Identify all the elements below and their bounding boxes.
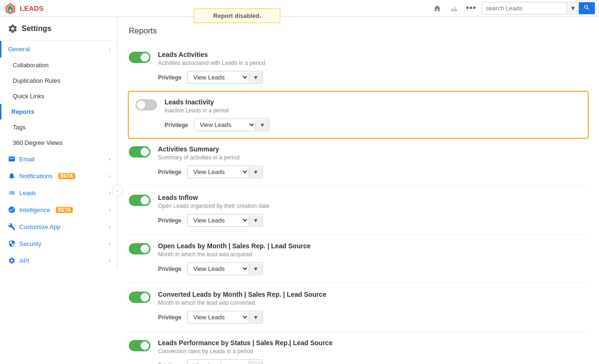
privilege-select-arrow-leads-activities: ▼ xyxy=(249,72,262,83)
report-row-open-leads-by-month: Open Leads by Month | Sales Rep. | Lead … xyxy=(129,235,588,283)
search-dropdown-button[interactable]: ▼ xyxy=(567,3,579,14)
search-input[interactable] xyxy=(482,3,567,14)
home-icon[interactable] xyxy=(431,2,444,15)
topbar: ▲ LEADS Report disabled. ••• ▼ xyxy=(0,0,599,17)
sidebar-sub-items: Collaboration Duplication Rules Quick Li… xyxy=(0,57,117,150)
toggle-wrapper-activities-summary xyxy=(129,145,150,158)
privilege-dropdown-leads-performance-by-status[interactable]: View LeadsEdit LeadsAdmin xyxy=(188,360,249,364)
app-logo-icon: ▲ xyxy=(4,2,17,15)
toggle-converted-leads-by-month[interactable] xyxy=(129,292,150,303)
report-desc-leads-performance-by-status: Conversion rates by Leads in a period xyxy=(158,348,588,355)
privilege-select-activities-summary: View LeadsEdit LeadsAdmin ▼ xyxy=(187,166,263,178)
toggle-leads-activities[interactable] xyxy=(129,52,150,63)
report-info-leads-inactivity: Leads Inactivity Inactive Leads in a per… xyxy=(165,98,581,131)
sidebar-leads-label: Leads xyxy=(19,190,36,197)
privilege-label-leads-activities: Privilege xyxy=(158,74,181,81)
privilege-select-arrow-leads-inflow: ▼ xyxy=(249,215,262,226)
toggle-leads-inactivity[interactable] xyxy=(135,99,157,111)
privilege-row-leads-performance-by-status: Privilege View LeadsEdit LeadsAdmin ▼ xyxy=(158,359,588,364)
sidebar-item-reports[interactable]: Reports xyxy=(0,104,117,119)
report-row-leads-performance-by-status: Leads Performance by Status | Sales Rep.… xyxy=(129,332,588,364)
report-name-leads-activities: Leads Activities xyxy=(158,51,588,58)
sidebar-customize-app-icon-group: Customize App xyxy=(8,223,60,230)
sidebar-intelligence-chevron: › xyxy=(109,207,110,213)
report-info-open-leads-by-month: Open Leads by Month | Sales Rep. | Lead … xyxy=(158,242,588,275)
report-row-converted-leads-by-month: Converted Leads by Month | Sales Rep. | … xyxy=(129,283,588,332)
privilege-dropdown-activities-summary[interactable]: View LeadsEdit LeadsAdmin xyxy=(188,166,249,178)
toggle-open-leads-by-month[interactable] xyxy=(129,243,150,254)
privilege-select-arrow-open-leads-by-month: ▼ xyxy=(249,264,262,274)
privilege-select-leads-performance-by-status: View LeadsEdit LeadsAdmin ▼ xyxy=(187,359,263,364)
chart-icon[interactable] xyxy=(448,2,461,15)
app-logo: ▲ LEADS xyxy=(4,2,44,15)
report-desc-activities-summary: Summary of activities in a period xyxy=(158,154,588,161)
privilege-dropdown-converted-leads-by-month[interactable]: View LeadsEdit LeadsAdmin xyxy=(188,311,249,323)
settings-label: Settings xyxy=(22,24,51,33)
privilege-dropdown-open-leads-by-month[interactable]: View LeadsEdit LeadsAdmin xyxy=(188,263,249,275)
report-disabled-banner: Report disabled. xyxy=(194,8,281,23)
reports-container: Leads Activities Activities associated w… xyxy=(129,43,588,364)
search-button[interactable] xyxy=(579,2,595,14)
sidebar-item-360-degree-views[interactable]: 360 Degree Views xyxy=(0,135,117,150)
toggle-activities-summary[interactable] xyxy=(129,146,150,158)
sidebar-email-chevron: › xyxy=(109,156,110,162)
report-name-leads-inactivity: Leads Inactivity xyxy=(165,98,581,106)
settings-gear-icon xyxy=(8,24,18,34)
report-name-leads-inflow: Leads Inflow xyxy=(158,194,588,201)
report-row-activities-summary: Activities Summary Summary of activities… xyxy=(129,138,588,186)
svg-text:▲: ▲ xyxy=(8,8,13,12)
privilege-label-leads-inflow: Privilege xyxy=(158,217,181,224)
privilege-row-converted-leads-by-month: Privilege View LeadsEdit LeadsAdmin ▼ xyxy=(158,311,588,324)
privilege-label-leads-inactivity: Privilege xyxy=(165,122,188,128)
sidebar-item-duplication-rules[interactable]: Duplication Rules xyxy=(0,73,117,88)
sidebar-section-api[interactable]: API › xyxy=(0,252,117,269)
sidebar-section-email[interactable]: Email › xyxy=(0,150,117,167)
sidebar-item-tags[interactable]: Tags xyxy=(0,119,117,135)
toggle-leads-performance-by-status[interactable] xyxy=(129,340,150,351)
sidebar-section-customize-app[interactable]: Customize App › xyxy=(0,218,117,235)
sidebar-intelligence-icon-group: Intelligence BETA xyxy=(8,206,73,214)
customize-app-icon xyxy=(8,223,16,230)
toggle-leads-inflow[interactable] xyxy=(129,195,150,206)
sidebar-leads-chevron: › xyxy=(109,190,110,196)
sidebar-section-notifications[interactable]: Notifications BETA › xyxy=(0,167,117,184)
sidebar-settings-header: Settings xyxy=(0,17,117,41)
sidebar-api-label: API xyxy=(19,257,29,264)
toggle-wrapper-leads-performance-by-status xyxy=(129,339,150,351)
report-info-leads-inflow: Leads Inflow Open Leads organized by the… xyxy=(158,194,588,227)
sidebar-security-label: Security xyxy=(19,240,41,247)
sidebar-leads-icon-group: Leads xyxy=(8,189,36,197)
sidebar: Settings General › Collaboration Duplica… xyxy=(0,17,118,269)
report-desc-open-leads-by-month: Month in which the lead was acquired xyxy=(158,251,588,258)
sidebar-section-security[interactable]: Security › xyxy=(0,235,117,252)
sidebar-customize-app-label: Customize App xyxy=(19,223,60,230)
privilege-row-leads-inflow: Privilege View LeadsEdit LeadsAdmin ▼ xyxy=(158,214,588,227)
privilege-select-arrow-converted-leads-by-month: ▼ xyxy=(249,312,262,323)
sidebar-section-intelligence[interactable]: Intelligence BETA › xyxy=(0,201,117,218)
sidebar-item-quick-links[interactable]: Quick Links xyxy=(0,88,117,104)
privilege-select-leads-inactivity: View LeadsEdit LeadsAdmin ▼ xyxy=(194,119,269,131)
toggle-wrapper-leads-activities xyxy=(129,51,150,63)
more-options-button[interactable]: ••• xyxy=(465,2,478,15)
sidebar-section-leads[interactable]: Leads › xyxy=(0,184,117,201)
report-desc-converted-leads-by-month: Month in which the lead was converted xyxy=(158,300,588,306)
leads-icon xyxy=(8,189,16,197)
sidebar-api-chevron: › xyxy=(109,258,110,263)
toggle-slider-leads-performance-by-status xyxy=(129,340,150,351)
sidebar-collapse-button[interactable]: ‹ xyxy=(112,185,123,196)
privilege-dropdown-leads-inflow[interactable]: View LeadsEdit LeadsAdmin xyxy=(188,214,249,226)
security-icon xyxy=(8,240,16,247)
sidebar-item-collaboration[interactable]: Collaboration xyxy=(0,57,117,73)
report-info-converted-leads-by-month: Converted Leads by Month | Sales Rep. | … xyxy=(158,291,588,324)
report-name-leads-performance-by-status: Leads Performance by Status | Sales Rep.… xyxy=(158,339,588,347)
privilege-dropdown-leads-inactivity[interactable]: View LeadsEdit LeadsAdmin xyxy=(194,119,255,131)
report-info-leads-activities: Leads Activities Activities associated w… xyxy=(158,51,588,84)
sidebar-section-general[interactable]: General › xyxy=(0,41,117,57)
sidebar-notifications-label: Notifications xyxy=(19,173,53,180)
toggle-wrapper-leads-inflow xyxy=(129,194,150,206)
privilege-label-open-leads-by-month: Privilege xyxy=(158,266,181,272)
privilege-label-converted-leads-by-month: Privilege xyxy=(158,314,181,321)
sidebar-email-icon-group: Email xyxy=(8,155,35,163)
privilege-dropdown-leads-activities[interactable]: View LeadsEdit LeadsAdmin xyxy=(188,71,249,83)
report-row-leads-activities: Leads Activities Activities associated w… xyxy=(129,43,588,92)
